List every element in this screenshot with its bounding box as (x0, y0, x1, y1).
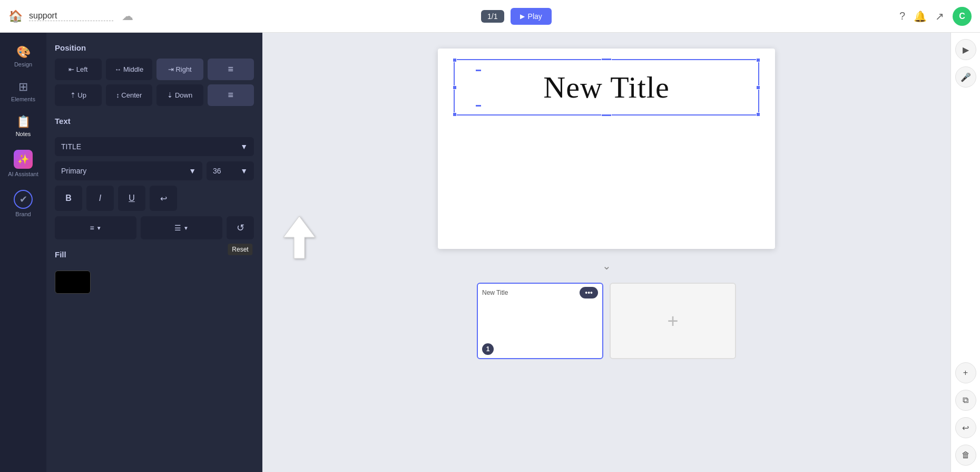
design-icon: 🎨 (16, 45, 31, 59)
underline-button[interactable]: U (118, 186, 145, 211)
list-button[interactable]: ☰ ▼ (141, 216, 222, 239)
link-button[interactable]: ↩ (150, 186, 177, 211)
size-chevron-icon: ▼ (240, 167, 248, 175)
chevron-down-icon: ▼ (240, 142, 248, 151)
slide-expand-button[interactable]: ⌄ (602, 259, 611, 272)
text-title: Text (55, 117, 254, 126)
sidebar-item-notes-label: Notes (16, 131, 31, 137)
topbar: 🏠 ☁ 1/1 ▶ Play ? 🔔 ↗ C (0, 0, 980, 33)
position-valign-button[interactable]: ≡ (208, 84, 254, 106)
text-section: Text TITLE ▼ Primary ▼ 36 ▼ B I U ↩ (55, 117, 254, 239)
slide-thumb-content (478, 302, 602, 358)
help-icon[interactable]: ? (899, 10, 905, 22)
fill-title: Fill (55, 250, 254, 259)
handle-top-right[interactable] (756, 58, 760, 62)
position-halign-button[interactable]: ≡ (208, 59, 254, 80)
slide-thumb-header: New Title ••• (478, 284, 602, 302)
handle-middle-left[interactable] (453, 85, 457, 90)
font-size-dropdown[interactable]: 36 ▼ (207, 161, 254, 180)
add-slide-icon: + (667, 310, 678, 332)
fill-section: Fill (55, 250, 254, 294)
elements-icon: ⊞ (18, 80, 28, 94)
reset-button[interactable]: ↺ (227, 216, 254, 239)
notes-icon: 📋 (16, 115, 31, 129)
mic-button[interactable]: 🎤 (955, 66, 976, 88)
home-icon[interactable]: 🏠 (8, 9, 23, 23)
main-layout: 🎨 Design ⊞ Elements 📋 Notes ✨ AI Assista… (0, 33, 980, 472)
position-title: Position (55, 43, 254, 52)
position-grid: ⇤ Left ↔ Middle ⇥ Right ≡ ⇡ Up ↕ Center … (55, 59, 254, 106)
delete-button[interactable]: 🗑 (955, 445, 976, 466)
canvas-area: New Title ⌄ New Title ••• 1 + (262, 33, 950, 472)
right-toolbar: ▶ 🎤 + ⧉ ↩ 🗑 (950, 33, 980, 472)
sidebar-item-ai-label: AI Assistant (8, 171, 38, 177)
copy-button[interactable]: ⧉ (955, 390, 976, 411)
sidebar-item-design[interactable]: 🎨 Design (0, 39, 46, 74)
position-down-button[interactable]: ⇣ Down (156, 84, 203, 106)
title-text-box[interactable]: New Title (454, 59, 759, 115)
undo-button[interactable]: ↩ (955, 417, 976, 438)
sidebar-item-design-label: Design (14, 61, 32, 68)
share-icon[interactable]: ↗ (935, 10, 944, 23)
reset-tooltip: Reset (228, 244, 252, 255)
handle-bottom-left[interactable] (453, 112, 457, 117)
sidebar-item-brand[interactable]: ✔ Brand (0, 184, 46, 224)
play-control-button[interactable]: ▶ (955, 39, 976, 60)
list-icon: ☰ (174, 224, 181, 232)
ai-assistant-icon: ✨ (14, 150, 33, 169)
align-chevron-icon: ▼ (96, 225, 102, 231)
position-center-button[interactable]: ↕ Center (106, 84, 153, 106)
font-size-value: 36 (213, 167, 221, 175)
handle-middle-right[interactable] (756, 85, 760, 90)
font-chevron-icon: ▼ (189, 167, 196, 175)
list-chevron-icon: ▼ (183, 225, 189, 231)
slide-thumb-title: New Title (482, 289, 508, 296)
sidebar-item-ai-assistant[interactable]: ✨ AI Assistant (0, 143, 46, 184)
reset-wrapper: ↺ Reset (227, 216, 254, 239)
icon-sidebar: 🎨 Design ⊞ Elements 📋 Notes ✨ AI Assista… (0, 33, 46, 472)
topbar-right: ? 🔔 ↗ C (899, 7, 972, 26)
slide-thumbnail-1[interactable]: New Title ••• 1 (477, 283, 603, 359)
avatar[interactable]: C (953, 7, 972, 26)
text-style-value: TITLE (61, 142, 81, 151)
handle-top-left[interactable] (453, 58, 457, 62)
slide-canvas: New Title (438, 49, 775, 249)
add-element-button[interactable]: + (955, 362, 976, 383)
brand-icon: ✔ (14, 190, 33, 209)
bold-button[interactable]: B (55, 186, 82, 211)
play-triangle-icon: ▶ (520, 13, 525, 20)
project-title-input[interactable] (29, 11, 113, 21)
add-slide-button[interactable]: + (610, 283, 736, 359)
position-middle-button[interactable]: ↔ Middle (106, 59, 153, 80)
sidebar-item-brand-label: Brand (15, 211, 31, 217)
italic-button[interactable]: I (86, 186, 114, 211)
topbar-center: 1/1 ▶ Play (140, 8, 893, 25)
align-row: ≡ ▼ ☰ ▼ ↺ Reset (55, 216, 254, 239)
position-left-button[interactable]: ⇤ Left (55, 59, 102, 80)
text-align-button[interactable]: ≡ ▼ (55, 216, 136, 239)
format-row: B I U ↩ (55, 186, 254, 211)
text-style-dropdown[interactable]: TITLE ▼ (55, 137, 254, 156)
font-family-value: Primary (61, 167, 86, 175)
play-button[interactable]: ▶ Play (511, 8, 552, 25)
slide-title-text: New Title (476, 70, 737, 105)
handle-bottom-middle[interactable] (601, 114, 612, 117)
align-icon: ≡ (90, 224, 94, 232)
handle-top-middle[interactable] (601, 58, 612, 61)
handle-bottom-right[interactable] (756, 112, 760, 117)
bell-icon[interactable]: 🔔 (914, 10, 927, 23)
position-up-button[interactable]: ⇡ Up (55, 84, 102, 106)
cloud-icon: ☁ (122, 9, 133, 23)
fill-color-swatch[interactable] (55, 271, 91, 294)
page-counter: 1/1 (481, 10, 504, 23)
sidebar-item-elements[interactable]: ⊞ Elements (0, 74, 46, 109)
slide-thumb-number: 1 (482, 343, 494, 355)
properties-panel: Position ⇤ Left ↔ Middle ⇥ Right ≡ ⇡ Up … (46, 33, 262, 472)
thumbnails-row: New Title ••• 1 + (477, 283, 736, 364)
thumb-menu-button[interactable]: ••• (580, 287, 598, 298)
font-family-dropdown[interactable]: Primary ▼ (55, 161, 202, 180)
font-size-row: Primary ▼ 36 ▼ (55, 161, 254, 180)
sidebar-item-notes[interactable]: 📋 Notes (0, 109, 46, 143)
position-right-button[interactable]: ⇥ Right (156, 59, 203, 80)
sidebar-item-elements-label: Elements (11, 96, 35, 102)
